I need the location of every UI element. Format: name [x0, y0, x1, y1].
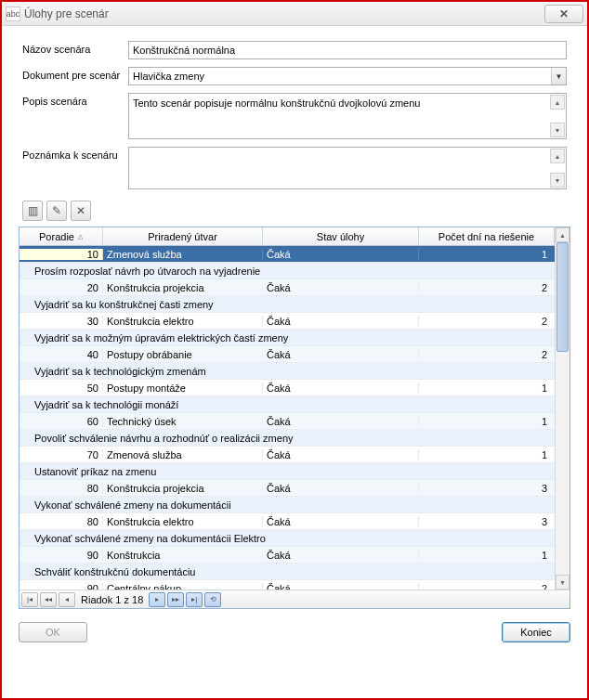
- cell-stav: Čaká: [263, 349, 419, 360]
- group-row: Vykonať schválené zmeny na dokumentácii …: [20, 530, 555, 547]
- nav-first-button[interactable]: |◂: [21, 592, 38, 607]
- grid-vertical-scrollbar[interactable]: ▲ ▼: [555, 227, 569, 590]
- group-row: Ustanoviť príkaz na zmenu: [20, 463, 555, 480]
- app-icon: abc: [6, 6, 20, 21]
- dokument-select[interactable]: Hlavička zmeny ▼: [128, 67, 567, 85]
- table-row[interactable]: 90KonštrukciaČaká1: [20, 547, 555, 564]
- dokument-label: Dokument pre scenár: [22, 67, 128, 81]
- cell-stav: Čaká: [263, 550, 419, 561]
- group-row: Schváliť konštrukčnú dokumentáciu: [20, 564, 555, 580]
- cell-dni: 1: [419, 416, 555, 427]
- cell-poradie: 80: [20, 483, 103, 494]
- ok-button[interactable]: OK: [19, 622, 87, 642]
- table-row[interactable]: 30Konštrukcia elektroČaká2: [20, 313, 555, 330]
- cell-utvar: Postupy obrábanie: [103, 349, 263, 360]
- cell-stav: Čaká: [263, 449, 419, 460]
- popis-textarea[interactable]: Tento scenár popisuje normálnu konštrukč…: [128, 93, 567, 139]
- cell-utvar: Konštrukcia elektro: [103, 316, 263, 327]
- table-row[interactable]: 70Zmenová službaČaká1: [20, 447, 555, 463]
- cell-utvar: Zmenová služba: [103, 249, 263, 260]
- col-utvar[interactable]: Priradený útvar: [103, 227, 263, 245]
- nav-prev-page-button[interactable]: ◂◂: [40, 592, 57, 607]
- col-poradie[interactable]: Poradie △: [20, 227, 103, 245]
- cell-stav: Čaká: [263, 516, 419, 527]
- row-position-label: Riadok 1 z 18: [77, 594, 147, 605]
- cell-dni: 3: [419, 516, 555, 527]
- cell-dni: 1: [419, 382, 555, 394]
- cell-stav: Čaká: [263, 249, 419, 260]
- delete-icon: ✕: [76, 204, 85, 217]
- scroll-down-icon[interactable]: ▼: [556, 575, 569, 590]
- poznamka-label: Poznámka k scenáru: [22, 147, 128, 161]
- nazov-input[interactable]: [128, 41, 567, 59]
- scroll-down-icon[interactable]: ▼: [550, 173, 565, 188]
- cell-utvar: Konštrukcia: [103, 550, 263, 561]
- group-row: Vyjadriť sa k technológii monáží: [20, 396, 555, 413]
- table-row[interactable]: 90Centrálny nákupČaká2: [20, 580, 555, 590]
- table-row[interactable]: 20Konštrukcia projekciaČaká2: [20, 279, 555, 296]
- cell-dni: 2: [419, 583, 555, 590]
- cell-stav: Čaká: [263, 483, 419, 494]
- popis-value: Tento scenár popisuje normálnu konštrukč…: [133, 97, 420, 109]
- cell-dni: 3: [419, 483, 555, 494]
- cell-stav: Čaká: [263, 282, 419, 293]
- cell-poradie: 40: [20, 349, 103, 360]
- toolbar-delete-button[interactable]: ✕: [71, 201, 91, 221]
- group-row: Vyjadriť sa k možným úpravám elektrickýc…: [20, 330, 555, 346]
- cell-utvar: Technický úsek: [103, 416, 263, 427]
- window-title: Úlohy pre scenár: [24, 7, 544, 20]
- nazov-label: Názov scenára: [22, 41, 128, 55]
- col-dni[interactable]: Počet dní na riešenie: [419, 227, 555, 245]
- table-row[interactable]: 10Zmenová službaČaká1: [20, 246, 555, 263]
- table-row[interactable]: 50Postupy montážeČaká1: [20, 380, 555, 396]
- cell-utvar: Konštrukcia elektro: [103, 516, 263, 527]
- cell-utvar: Konštrukcia projekcia: [103, 282, 263, 293]
- popis-label: Popis scenára: [22, 93, 128, 107]
- document-icon: ▥: [28, 204, 38, 217]
- cell-dni: 1: [419, 249, 555, 260]
- cell-poradie: 90: [20, 550, 103, 561]
- cell-dni: 2: [419, 349, 555, 360]
- tasks-grid: Poradie △ Priradený útvar Stav úlohy Poč…: [19, 227, 570, 609]
- toolbar-edit-button[interactable]: ✎: [46, 201, 67, 221]
- cell-poradie: 60: [20, 416, 103, 427]
- table-row[interactable]: 60Technický úsekČaká1: [20, 413, 555, 430]
- cell-poradie: 70: [20, 449, 103, 460]
- cell-stav: Čaká: [263, 416, 419, 427]
- table-row[interactable]: 80Konštrukcia elektroČaká3: [20, 513, 555, 530]
- edit-icon: ✎: [52, 204, 61, 217]
- koniec-button[interactable]: Koniec: [502, 622, 570, 642]
- cell-poradie: 50: [20, 382, 103, 394]
- nav-prev-button[interactable]: ◂: [59, 592, 75, 607]
- group-row: Vyjadriť sa k technológickým zmenám: [20, 363, 555, 380]
- nav-refresh-button[interactable]: ⟲: [204, 592, 221, 607]
- nav-next-page-button[interactable]: ▸▸: [167, 592, 184, 607]
- cell-poradie: 10: [20, 249, 103, 260]
- scroll-up-icon[interactable]: ▲: [556, 227, 569, 242]
- scroll-up-icon[interactable]: ▲: [550, 149, 565, 163]
- cell-utvar: Postupy montáže: [103, 382, 263, 394]
- toolbar-new-button[interactable]: ▥: [22, 201, 43, 221]
- col-stav[interactable]: Stav úlohy: [263, 227, 419, 245]
- cell-poradie: 80: [20, 516, 103, 527]
- nav-last-button[interactable]: ▸|: [186, 592, 203, 607]
- table-row[interactable]: 40Postupy obrábanieČaká2: [20, 346, 555, 363]
- cell-poradie: 20: [20, 282, 103, 293]
- group-row: Vykonať schválené zmeny na dokumentácii: [20, 497, 555, 513]
- scroll-up-icon[interactable]: ▲: [550, 95, 565, 110]
- chevron-down-icon[interactable]: ▼: [551, 68, 566, 84]
- group-row: Povoliť schválenie návrhu a rozhodnúť o …: [20, 430, 555, 447]
- close-button[interactable]: ✕: [544, 5, 583, 23]
- cell-dni: 2: [419, 316, 555, 327]
- dokument-value: Hlavička zmeny: [129, 71, 551, 82]
- scroll-down-icon[interactable]: ▼: [550, 123, 565, 137]
- cell-stav: Čaká: [263, 382, 419, 394]
- cell-utvar: Zmenová služba: [103, 449, 263, 460]
- table-row[interactable]: 80Konštrukcia projekciaČaká3: [20, 480, 555, 497]
- cell-dni: 1: [419, 550, 555, 561]
- nav-next-button[interactable]: ▸: [149, 592, 165, 607]
- cell-utvar: Konštrukcia projekcia: [103, 483, 263, 494]
- poznamka-textarea[interactable]: ▲ ▼: [128, 147, 567, 189]
- scrollbar-thumb[interactable]: [556, 242, 569, 352]
- cell-stav: Čaká: [263, 316, 419, 327]
